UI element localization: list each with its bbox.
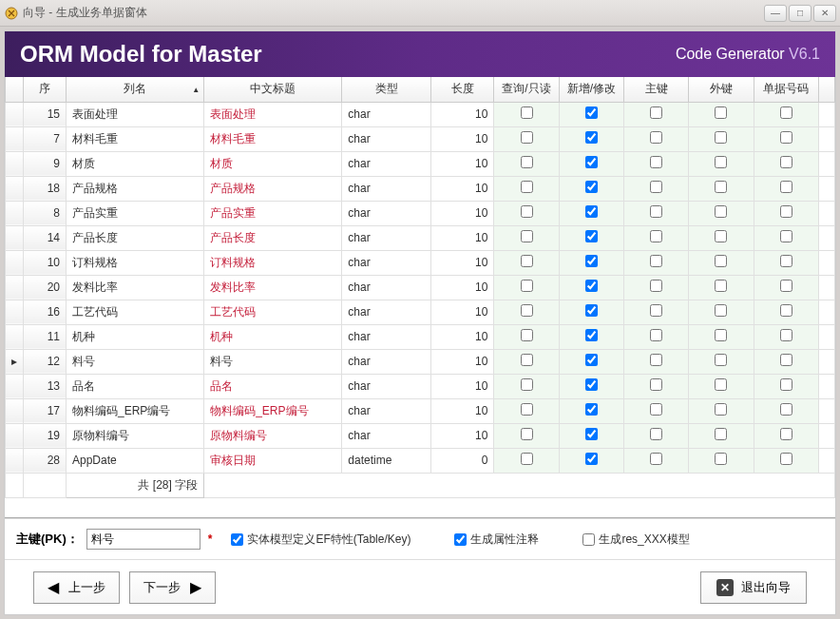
query-checkbox[interactable] (521, 428, 533, 440)
cell-caption[interactable]: 原物料编号 (204, 423, 342, 448)
docno-checkbox[interactable] (780, 354, 792, 366)
docno-checkbox[interactable] (780, 255, 792, 267)
docno-checkbox[interactable] (780, 403, 792, 416)
cell-caption[interactable]: 品名 (204, 374, 342, 398)
edit-checkbox[interactable] (585, 230, 598, 242)
cell-name[interactable]: 表面处理 (67, 102, 204, 126)
fk-checkbox[interactable] (715, 354, 727, 366)
docno-checkbox[interactable] (780, 280, 792, 292)
edit-checkbox[interactable] (585, 428, 598, 440)
edit-checkbox[interactable] (585, 205, 598, 218)
exit-button[interactable]: ✕ 退出向导 (700, 571, 807, 604)
cell-caption[interactable]: 产品实重 (204, 201, 342, 225)
table-row[interactable]: 15表面处理表面处理char10 (6, 102, 835, 126)
fk-checkbox[interactable] (715, 403, 727, 416)
table-row[interactable]: ▸12料号料号char10 (6, 349, 835, 374)
cell-name[interactable]: 工艺代码 (67, 300, 204, 324)
close-button[interactable]: ✕ (813, 5, 836, 22)
query-checkbox[interactable] (521, 329, 533, 341)
edit-checkbox[interactable] (585, 403, 598, 416)
table-row[interactable]: 17物料编码_ERP编号物料编码_ERP编号char10 (6, 398, 835, 423)
docno-checkbox[interactable] (780, 453, 792, 465)
edit-checkbox[interactable] (585, 329, 598, 341)
query-checkbox[interactable] (521, 230, 533, 242)
table-row[interactable]: 8产品实重产品实重char10 (6, 201, 835, 225)
fk-checkbox[interactable] (715, 329, 727, 341)
docno-checkbox[interactable] (780, 205, 792, 218)
table-row[interactable]: 20发料比率发料比率char10 (6, 275, 835, 300)
fk-checkbox[interactable] (715, 230, 727, 242)
header-indicator[interactable] (6, 77, 24, 102)
cell-name[interactable]: 订料规格 (67, 250, 204, 275)
fk-checkbox[interactable] (715, 304, 727, 317)
docno-checkbox[interactable] (780, 230, 792, 242)
fk-checkbox[interactable] (715, 453, 727, 465)
fk-checkbox[interactable] (715, 428, 727, 440)
cell-name[interactable]: AppDate (67, 448, 204, 473)
edit-checkbox[interactable] (585, 280, 598, 292)
docno-checkbox[interactable] (780, 131, 792, 144)
header-pk[interactable]: 主键 (623, 77, 688, 102)
pk-checkbox[interactable] (650, 106, 662, 119)
header-edit[interactable]: 新增/修改 (559, 77, 623, 102)
cell-name[interactable]: 产品长度 (67, 225, 204, 250)
query-checkbox[interactable] (521, 453, 533, 465)
docno-checkbox[interactable] (780, 106, 792, 119)
pk-checkbox[interactable] (650, 280, 662, 292)
query-checkbox[interactable] (521, 280, 533, 292)
res-checkbox-label[interactable]: 生成res_XXX模型 (582, 532, 689, 548)
header-caption[interactable]: 中文标题 (204, 77, 342, 102)
fk-checkbox[interactable] (715, 280, 727, 292)
table-row[interactable]: 16工艺代码工艺代码char10 (6, 300, 835, 324)
edit-checkbox[interactable] (585, 354, 598, 366)
table-row[interactable]: 7材料毛重材料毛重char10 (6, 126, 835, 151)
header-docno[interactable]: 单据号码 (754, 77, 818, 102)
cell-caption[interactable]: 审核日期 (204, 448, 342, 473)
pk-checkbox[interactable] (650, 428, 662, 440)
header-name[interactable]: 列名▲ (67, 77, 204, 102)
pk-checkbox[interactable] (650, 205, 662, 218)
table-row[interactable]: 19原物料编号原物料编号char10 (6, 423, 835, 448)
fk-checkbox[interactable] (715, 181, 727, 193)
query-checkbox[interactable] (521, 403, 533, 416)
pk-checkbox[interactable] (650, 230, 662, 242)
table-row[interactable]: 10订料规格订料规格char10 (6, 250, 835, 275)
pk-checkbox[interactable] (650, 156, 662, 168)
cell-name[interactable]: 材料毛重 (67, 126, 204, 151)
query-checkbox[interactable] (521, 131, 533, 144)
header-len[interactable]: 长度 (431, 77, 494, 102)
cell-caption[interactable]: 材料毛重 (204, 126, 342, 151)
fk-checkbox[interactable] (715, 378, 727, 391)
cell-name[interactable]: 原物料编号 (67, 423, 204, 448)
next-button[interactable]: 下一步 ▶ (129, 571, 216, 604)
cell-name[interactable]: 料号 (67, 349, 204, 374)
ef-checkbox[interactable] (231, 533, 243, 546)
query-checkbox[interactable] (521, 181, 533, 193)
pk-checkbox[interactable] (650, 181, 662, 193)
query-checkbox[interactable] (521, 304, 533, 317)
docno-checkbox[interactable] (780, 428, 792, 440)
edit-checkbox[interactable] (585, 156, 598, 168)
fk-checkbox[interactable] (715, 255, 727, 267)
pk-checkbox[interactable] (650, 378, 662, 391)
cell-name[interactable]: 产品实重 (67, 201, 204, 225)
header-fk[interactable]: 外键 (689, 77, 754, 102)
cell-caption[interactable]: 产品规格 (204, 176, 342, 201)
pk-checkbox[interactable] (650, 354, 662, 366)
pk-checkbox[interactable] (650, 403, 662, 416)
edit-checkbox[interactable] (585, 453, 598, 465)
fk-checkbox[interactable] (715, 106, 727, 119)
minimize-button[interactable]: — (764, 5, 787, 22)
res-checkbox[interactable] (582, 533, 595, 546)
pk-checkbox[interactable] (650, 329, 662, 341)
fk-checkbox[interactable] (715, 156, 727, 168)
cell-caption[interactable]: 料号 (204, 349, 342, 374)
table-row[interactable]: 18产品规格产品规格char10 (6, 176, 835, 201)
table-row[interactable]: 28AppDate审核日期datetime0 (6, 448, 835, 473)
pk-checkbox[interactable] (650, 255, 662, 267)
fk-checkbox[interactable] (715, 131, 727, 144)
edit-checkbox[interactable] (585, 378, 598, 391)
cell-name[interactable]: 物料编码_ERP编号 (67, 398, 204, 423)
table-row[interactable]: 14产品长度产品长度char10 (6, 225, 835, 250)
edit-checkbox[interactable] (585, 255, 598, 267)
